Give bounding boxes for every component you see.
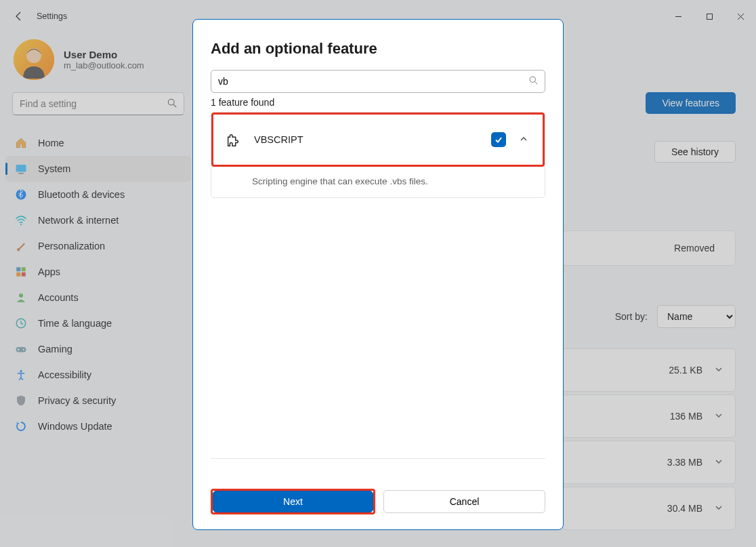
next-button[interactable]: Next — [213, 491, 373, 512]
svg-point-17 — [530, 77, 535, 82]
extension-icon — [226, 132, 240, 147]
tutorial-highlight-next: Next — [211, 489, 375, 514]
chevron-up-icon[interactable] — [520, 135, 528, 145]
feature-card: VBSCRIPT Scripting engine that can execu… — [211, 112, 545, 198]
feature-count-text: 1 feature found — [211, 97, 545, 108]
tutorial-highlight-feature: VBSCRIPT — [211, 113, 545, 167]
dialog-search[interactable] — [211, 70, 545, 93]
feature-name: VBSCRIPT — [254, 134, 478, 145]
feature-description: Scripting engine that can execute .vbs f… — [211, 167, 545, 197]
search-icon — [529, 76, 538, 87]
dialog-search-input[interactable] — [218, 76, 529, 87]
separator — [211, 458, 545, 459]
add-feature-dialog: Add an optional feature 1 feature found … — [192, 19, 564, 530]
feature-row-vbscript[interactable]: VBSCRIPT — [213, 115, 543, 165]
cancel-button[interactable]: Cancel — [383, 490, 545, 513]
feature-checkbox[interactable] — [491, 132, 506, 147]
dialog-title: Add an optional feature — [211, 40, 545, 58]
